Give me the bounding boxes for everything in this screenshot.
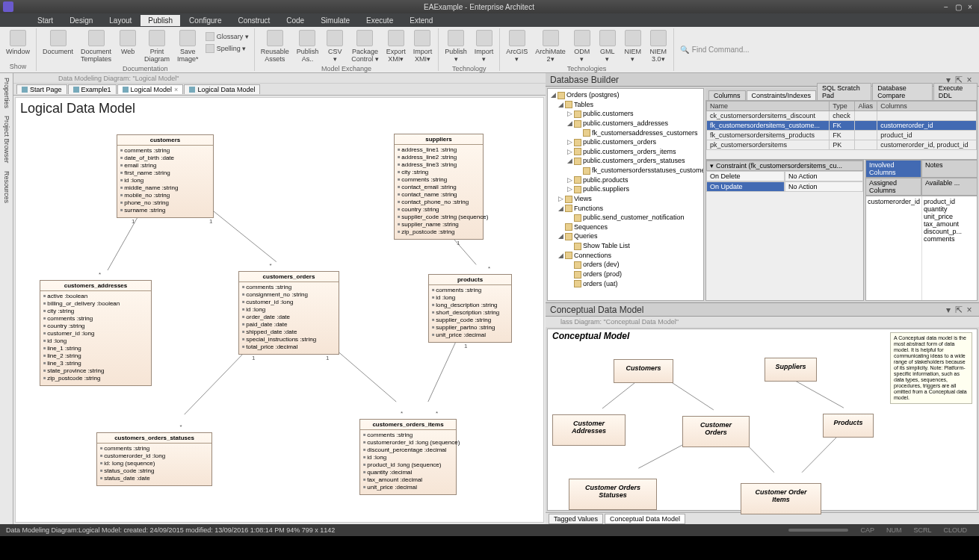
- tree-item[interactable]: ◢Queries: [548, 231, 703, 241]
- ribbon-publishas[interactable]: Publish As..: [294, 28, 322, 64]
- detail-tab[interactable]: Constraints/Indexes: [747, 90, 817, 100]
- constraint-property-row[interactable]: On UpdateNo Action: [706, 181, 863, 192]
- canvas-tab[interactable]: Logical Model×: [117, 84, 184, 94]
- tree-item[interactable]: Sequences: [548, 223, 703, 232]
- entity-customers[interactable]: customerscomments :stringdate_of_birth :…: [117, 134, 214, 218]
- conceptual-entity-suppliers[interactable]: Suppliers: [765, 358, 817, 382]
- conceptual-canvas[interactable]: Conceptual Model A Conceptual data model…: [547, 329, 978, 511]
- menu-construct[interactable]: Construct: [230, 15, 277, 26]
- canvas-tab[interactable]: Logical Data Model: [184, 84, 260, 94]
- involved-tab[interactable]: Notes: [921, 160, 978, 178]
- tree-item[interactable]: ▷Views: [548, 194, 703, 204]
- detail-tab[interactable]: Database Compare: [872, 83, 933, 100]
- tree-item[interactable]: Show Table List: [548, 241, 703, 251]
- minimize-button[interactable]: −: [940, 3, 952, 11]
- entity-suppliers[interactable]: suppliersaddress_line1 :stringaddress_li…: [394, 134, 484, 240]
- sidebar-tab-resources[interactable]: Resources: [3, 169, 10, 205]
- conceptual-bottom-tab[interactable]: Tagged Values: [549, 514, 603, 524]
- conceptual-entity-coi[interactable]: Customer Order Items: [741, 483, 821, 514]
- grid-row[interactable]: pk_customersordersitemsPKcustomerorder_i…: [707, 140, 977, 150]
- menu-publish[interactable]: Publish: [140, 15, 180, 26]
- ribbon-pkgctrl[interactable]: Package Control ▾: [348, 28, 382, 64]
- available-columns-list[interactable]: product_idquantityunit_pricetax_amountdi…: [922, 196, 977, 300]
- constraints-grid[interactable]: NameTypeAliasColumnsck_customersordersit…: [705, 100, 978, 160]
- ribbon-printdiag[interactable]: Print Diagram: [141, 28, 173, 64]
- entity-products[interactable]: productscomments :stringid :longlong_des…: [428, 274, 512, 343]
- menu-code[interactable]: Code: [279, 15, 312, 26]
- tree-item[interactable]: ◢Orders (postgres): [548, 90, 703, 100]
- tree-item[interactable]: ◢Connections: [548, 251, 703, 261]
- ribbon-reusable[interactable]: Reusable Assets: [258, 28, 292, 64]
- conceptual-entity-products[interactable]: Products: [823, 414, 874, 438]
- app-menu-icon[interactable]: [3, 1, 13, 12]
- canvas-tab[interactable]: Example1: [68, 84, 117, 94]
- conceptual-entity-cos[interactable]: Customer Orders Statuses: [569, 479, 657, 510]
- constraint-property-row[interactable]: On DeleteNo Action: [706, 171, 863, 181]
- ribbon-exportxmi[interactable]: Export XMI▾: [383, 28, 409, 64]
- detail-tab[interactable]: SQL Scratch Pad: [817, 83, 871, 100]
- detail-tab[interactable]: Execute DDL: [933, 83, 978, 100]
- ribbon-niem3[interactable]: NIEM 3.0▾: [646, 28, 670, 64]
- conceptual-entity-customers[interactable]: Customers: [614, 359, 673, 383]
- tree-item[interactable]: ▷public.customers: [548, 109, 703, 119]
- conceptual-entity-custaddr[interactable]: Customer Addresses: [552, 414, 626, 446]
- zoom-slider[interactable]: [788, 529, 848, 532]
- tree-item[interactable]: ▷public.customers_orders_items: [548, 147, 703, 157]
- entity-coi[interactable]: customers_orders_itemscomments :stringcu…: [359, 419, 457, 495]
- tree-item[interactable]: ▷public.products: [548, 175, 703, 185]
- ribbon-niem[interactable]: NIEM ▾: [621, 28, 645, 64]
- close-icon[interactable]: ×: [174, 86, 178, 93]
- tree-item[interactable]: orders (uat): [548, 279, 703, 289]
- tree-item[interactable]: orders (dev): [548, 260, 703, 270]
- entity-custorders[interactable]: customers_orderscomments :stringconsignm…: [238, 271, 339, 355]
- conceptual-entity-custorders[interactable]: Customer Orders: [682, 416, 750, 447]
- tree-item[interactable]: fk_customersordersstatuses_customersorde…: [548, 166, 703, 175]
- ribbon-gml[interactable]: GML ▾: [596, 28, 620, 64]
- ribbon-glossary[interactable]: Glossary ▾: [203, 31, 251, 42]
- ribbon-arcgis[interactable]: ArcGIS ▾: [503, 28, 531, 64]
- tree-item[interactable]: ◢Functions: [548, 204, 703, 214]
- tree-item[interactable]: ◢Tables: [548, 100, 703, 110]
- tree-item[interactable]: ▷public.suppliers: [548, 184, 703, 194]
- menu-simulate[interactable]: Simulate: [313, 15, 357, 26]
- panel-pin-icon[interactable]: ⇱: [954, 305, 964, 315]
- ribbon-doctemplates[interactable]: Document Templates: [78, 28, 114, 64]
- ribbon-spelling[interactable]: Spelling ▾: [203, 43, 251, 54]
- ribbon-saveimage[interactable]: Save Image*: [174, 28, 202, 64]
- menu-start[interactable]: Start: [30, 15, 61, 26]
- menu-layout[interactable]: Layout: [102, 15, 139, 26]
- entity-cos[interactable]: customers_orders_statusescomments :strin…: [96, 432, 212, 486]
- ribbon-odm[interactable]: ODM ▾: [570, 28, 594, 64]
- db-tree[interactable]: ◢Orders (postgres)◢Tables▷public.custome…: [547, 88, 704, 301]
- conceptual-bottom-tab[interactable]: Conceptual Data Model: [605, 514, 685, 524]
- grid-row[interactable]: fk_customersordersitems_productsFKproduc…: [707, 131, 977, 140]
- canvas-tab[interactable]: Start Page: [16, 84, 67, 94]
- tree-item[interactable]: fk_customersaddresses_customers: [548, 128, 703, 138]
- diagram-canvas[interactable]: Logical Data Model customerscomments :st…: [15, 97, 544, 523]
- grid-row[interactable]: ck_customersordersitems_discountcheck: [707, 111, 977, 121]
- ribbon-timport[interactable]: Import ▾: [472, 28, 497, 64]
- ribbon-csv[interactable]: CSV ▾: [323, 28, 347, 64]
- tree-item[interactable]: ◢public.customers_addresses: [548, 119, 703, 128]
- close-button[interactable]: ×: [964, 3, 976, 11]
- tree-item[interactable]: ◢public.customers_orders_statuses: [548, 156, 703, 166]
- sidebar-tab-project-browser[interactable]: Project Browser: [3, 114, 10, 165]
- entity-custaddr[interactable]: customers_addressesactive :booleanbillin…: [40, 280, 152, 386]
- menu-execute[interactable]: Execute: [359, 15, 401, 26]
- ribbon-web[interactable]: Web: [116, 28, 140, 57]
- constraint-properties[interactable]: ▾Constraint (fk_customersordersitems_cu.…: [705, 160, 864, 301]
- menu-design[interactable]: Design: [62, 15, 100, 26]
- panel-menu-icon[interactable]: ▾: [943, 305, 954, 315]
- ribbon-window[interactable]: Window: [3, 28, 33, 57]
- detail-tab[interactable]: Columns: [708, 90, 746, 100]
- grid-row[interactable]: fk_customersordersitems_custome...FKcust…: [707, 121, 977, 131]
- panel-close-icon[interactable]: ×: [964, 305, 975, 315]
- menu-configure[interactable]: Configure: [182, 15, 229, 26]
- involved-tab[interactable]: Involved Columns: [865, 160, 921, 178]
- ribbon-document[interactable]: Document: [40, 28, 76, 57]
- menu-extend[interactable]: Extend: [402, 15, 440, 26]
- tree-item[interactable]: orders (prod): [548, 270, 703, 279]
- ribbon-importxmi[interactable]: Import XMI▾: [410, 28, 436, 64]
- maximize-button[interactable]: ▢: [952, 3, 964, 11]
- sidebar-tab-properties[interactable]: Properties: [3, 76, 10, 110]
